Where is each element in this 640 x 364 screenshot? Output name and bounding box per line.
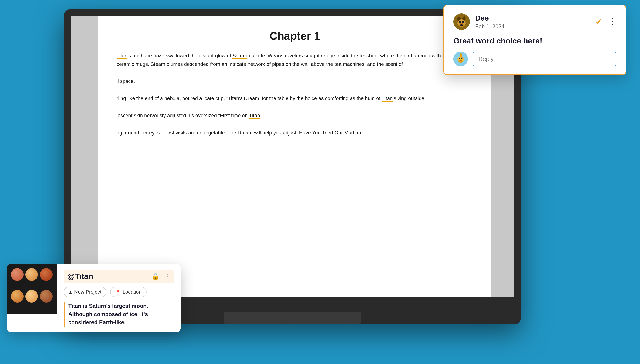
more-options-icon[interactable]: ⋮: [608, 17, 616, 26]
planet-1: [11, 268, 24, 281]
mention-name: @Titan: [67, 272, 148, 281]
comment-header: Dee Feb 1, 2024 ✓ ⋮: [453, 14, 616, 30]
mention-icons: 🔒 ⋮: [152, 272, 170, 280]
text-segment-4: lescent skin nervously adjusted his over…: [116, 113, 263, 119]
mention-name-row: @Titan 🔒 ⋮: [64, 270, 174, 283]
svg-point-8: [460, 24, 463, 25]
planet-6: [40, 290, 52, 302]
lock-icon[interactable]: 🔒: [152, 272, 160, 280]
titan-highlight-1: Titan: [116, 53, 128, 59]
planet-2: [25, 268, 38, 281]
planet-5: [25, 290, 38, 302]
comment-author-name: Dee: [475, 14, 595, 22]
svg-point-18: [460, 60, 462, 61]
new-project-label: New Project: [74, 289, 102, 295]
comment-author-avatar: [453, 14, 470, 30]
svg-point-16: [459, 58, 460, 59]
titan-highlight-3: Titan: [249, 113, 260, 119]
location-pin-icon: 📍: [115, 289, 121, 295]
new-project-icon: ⊞: [68, 289, 72, 295]
location-label: Location: [123, 289, 142, 295]
comment-meta: Dee Feb 1, 2024: [475, 14, 595, 30]
reply-input[interactable]: [472, 52, 616, 66]
comment-actions: ✓ ⋮: [595, 16, 616, 27]
document-main: Chapter 1 Titan's methane haze swallowed…: [98, 16, 491, 297]
comment-body-text: Great word choice here!: [453, 36, 616, 45]
comment-card: Dee Feb 1, 2024 ✓ ⋮ Great word choice he…: [444, 4, 626, 75]
text-segment-2: ll space.: [116, 78, 135, 84]
text-segment-5: ng around her eyes. "First visits are un…: [116, 130, 361, 136]
doc-sidebar-left: [71, 16, 98, 297]
mention-card: @Titan 🔒 ⋮ ⊞ New Project 📍 Location Tita…: [7, 264, 180, 332]
chapter-title: Chapter 1: [116, 30, 473, 42]
text-segment-3: rling like the end of a nebula, poured a…: [116, 96, 426, 102]
mention-content: @Titan 🔒 ⋮ ⊞ New Project 📍 Location Tita…: [57, 264, 180, 332]
mention-top: @Titan 🔒 ⋮ ⊞ New Project 📍 Location Tita…: [7, 264, 180, 332]
location-tag[interactable]: 📍 Location: [110, 287, 147, 297]
svg-point-17: [461, 58, 462, 59]
mention-menu-icon[interactable]: ⋮: [164, 272, 170, 280]
mention-tags: ⊞ New Project 📍 Location: [64, 287, 174, 297]
new-project-tag[interactable]: ⊞ New Project: [64, 287, 106, 297]
svg-rect-9: [460, 25, 463, 26]
reply-avatar: [453, 52, 468, 66]
comment-date: Feb 1, 2024: [475, 23, 595, 30]
text-segment: Titan's methane haze swallowed the dista…: [116, 53, 473, 67]
mention-image: [7, 264, 57, 314]
planet-4: [11, 290, 24, 302]
monitor-stand: [224, 312, 361, 324]
planet-grid: [9, 266, 55, 312]
check-icon[interactable]: ✓: [595, 16, 603, 27]
titan-highlight-2: Titan: [382, 96, 392, 102]
reply-row: [453, 52, 616, 66]
document-text: Titan's methane haze swallowed the dista…: [116, 52, 473, 137]
planet-3: [40, 268, 52, 281]
saturn-highlight: Saturn: [232, 53, 247, 59]
mention-description: Titan is Saturn's largest moon. Although…: [64, 302, 174, 326]
